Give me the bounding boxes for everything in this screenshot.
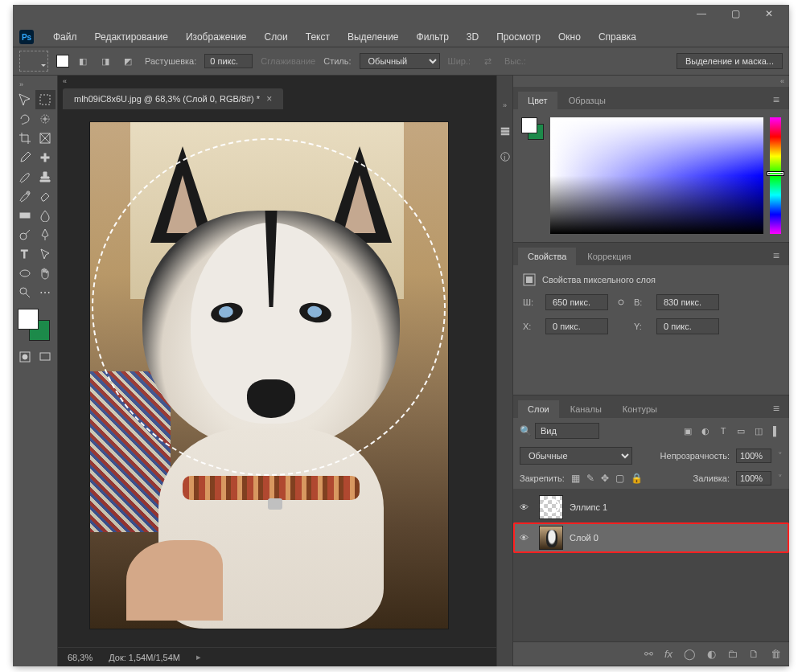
tab-paths[interactable]: Контуры [613,400,667,418]
delete-layer-icon[interactable]: 🗑 [771,648,781,660]
menu-image[interactable]: Изображение [178,29,255,45]
maximize-button[interactable]: ▢ [718,5,752,23]
blur-tool[interactable] [35,206,56,225]
quick-select-tool[interactable] [35,109,56,129]
link-wh-icon[interactable] [615,296,627,309]
width-input[interactable] [545,294,608,310]
menu-window[interactable]: Окно [550,29,589,45]
color-mini-swatches[interactable] [521,117,544,140]
path-select-tool[interactable] [35,244,56,264]
quickmask-tool[interactable] [14,347,35,367]
opacity-input[interactable] [736,449,771,463]
eyedropper-tool[interactable] [14,148,35,167]
layer-name[interactable]: Слой 0 [570,533,783,543]
y-input[interactable] [656,318,719,334]
tab-color[interactable]: Цвет [518,92,557,109]
visibility-toggle-icon[interactable]: 👁 [520,502,533,512]
lasso-tool[interactable] [14,109,35,129]
style-select[interactable]: Обычный [360,53,440,69]
brush-tool[interactable] [14,167,35,186]
menu-file[interactable]: Файл [45,29,85,45]
info-panel-icon[interactable]: i [500,151,511,162]
close-button[interactable]: ✕ [752,5,786,23]
tab-layers[interactable]: Слои [518,400,559,418]
filter-pixel-icon[interactable]: ▣ [681,424,694,437]
layers-panel-menu[interactable]: ≡ [768,399,784,418]
new-selection-icon[interactable] [56,55,69,68]
visibility-toggle-icon[interactable]: 👁 [520,533,533,543]
color-panel-menu[interactable]: ≡ [768,90,784,109]
pen-tool[interactable] [35,225,56,244]
layer-group-icon[interactable]: 🗀 [727,648,738,660]
select-and-mask-button[interactable]: Выделение и маска... [677,53,783,69]
lock-position-icon[interactable]: ✥ [601,473,609,484]
edit-toolbar[interactable]: ⋯ [35,283,56,302]
filter-smart-icon[interactable]: ◫ [752,424,765,437]
filter-type-icon[interactable]: T [717,424,730,437]
gradient-tool[interactable] [14,206,35,225]
color-picker-field[interactable] [550,117,763,234]
new-layer-icon[interactable]: 🗋 [749,648,759,660]
active-tool-icon[interactable] [19,51,48,72]
menu-view[interactable]: Просмотр [488,29,549,45]
minimize-button[interactable]: — [685,5,718,23]
lock-all-icon[interactable]: 🔒 [631,473,643,484]
document-tab[interactable]: mlh09iC8x6U.jpg @ 68,3% (Слой 0, RGB/8#)… [63,88,283,109]
fg-color-swatch[interactable] [18,309,39,330]
layer-filter-kind[interactable] [535,423,599,439]
props-panel-menu[interactable]: ≡ [768,246,784,265]
layer-row-ellipse[interactable]: 👁 Эллипс 1 [513,492,789,522]
close-tab-icon[interactable]: × [266,93,272,104]
color-swatches[interactable] [18,309,50,341]
height-input[interactable] [656,294,719,310]
zoom-tool[interactable] [14,283,35,302]
panel-collapse[interactable]: « [513,76,789,87]
layer-mask-icon[interactable]: ◯ [684,648,696,660]
layer-style-icon[interactable]: fx [664,648,672,660]
lock-pixels-icon[interactable]: ✎ [586,473,594,484]
marquee-tool[interactable] [35,90,56,109]
toolbox-collapse[interactable]: » [14,79,56,90]
filter-toggle-icon[interactable]: ▌ [770,424,783,437]
dodge-tool[interactable] [14,225,35,244]
tab-adjustments[interactable]: Коррекция [578,248,640,265]
layer-thumbnail[interactable] [539,526,563,550]
canvas-viewport[interactable] [58,109,496,647]
blend-mode-select[interactable]: Обычные [520,447,632,465]
history-brush-tool[interactable] [14,186,35,206]
screenmode-tool[interactable] [35,347,56,367]
menu-help[interactable]: Справка [590,29,644,45]
type-tool[interactable]: T [14,244,35,264]
stamp-tool[interactable] [35,167,56,186]
healing-tool[interactable] [35,148,56,167]
zoom-level[interactable]: 68,3% [68,653,93,662]
layer-thumbnail[interactable] [539,495,563,519]
filter-adjust-icon[interactable]: ◐ [699,424,712,437]
shape-tool[interactable] [14,264,35,283]
layer-row-background[interactable]: 👁 Слой 0 [513,522,789,553]
menu-type[interactable]: Текст [298,29,338,45]
filter-shape-icon[interactable]: ▭ [734,424,747,437]
hue-slider[interactable] [770,117,781,234]
tab-swatches[interactable]: Образцы [559,92,615,109]
subtract-selection-icon[interactable]: ◨ [97,52,114,70]
link-layers-icon[interactable]: ⚯ [644,648,653,660]
tab-channels[interactable]: Каналы [561,400,611,418]
lock-artboard-icon[interactable]: ▢ [615,473,624,484]
move-tool[interactable] [14,90,35,109]
adjustment-layer-icon[interactable]: ◐ [707,648,716,660]
menu-layer[interactable]: Слои [257,29,296,45]
menu-filter[interactable]: Фильтр [409,29,457,45]
crop-tool[interactable] [14,129,35,148]
hand-tool[interactable] [35,264,56,283]
history-panel-icon[interactable] [500,125,511,137]
menu-select[interactable]: Выделение [339,29,407,45]
dock-expand[interactable]: » [498,100,512,111]
menu-3d[interactable]: 3D [459,29,487,45]
lock-transparency-icon[interactable]: ▦ [571,473,580,484]
add-selection-icon[interactable]: ◧ [74,52,92,70]
menu-edit[interactable]: Редактирование [87,29,176,45]
fill-input[interactable] [736,471,771,486]
intersect-selection-icon[interactable]: ◩ [119,52,137,70]
canvas-image[interactable] [90,122,448,629]
